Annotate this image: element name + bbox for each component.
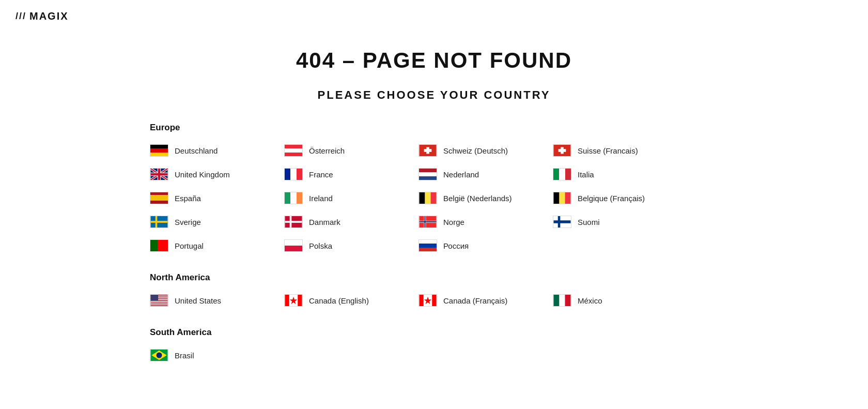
country-item-br[interactable]: Brasil	[150, 349, 284, 361]
logo[interactable]: /// MAGIX	[16, 10, 853, 22]
country-item-ca-fr[interactable]: Canada (Français)	[419, 294, 553, 307]
svg-rect-26	[285, 221, 302, 223]
flag-ie	[284, 192, 303, 204]
country-item-fi[interactable]: Suomi	[553, 216, 687, 228]
flag-se	[150, 216, 168, 228]
country-name-pl: Polska	[309, 241, 332, 250]
svg-rect-23	[151, 221, 168, 223]
flag-de	[150, 144, 168, 157]
svg-rect-49	[432, 295, 436, 306]
svg-rect-42	[151, 295, 159, 301]
svg-rect-2	[424, 149, 432, 152]
country-item-be-fr[interactable]: Belgique (Français)	[553, 192, 687, 204]
svg-rect-5	[559, 149, 566, 152]
logo-bars: ///	[16, 11, 26, 22]
main-content: 404 – PAGE NOT FOUND PLEASE CHOOSE YOUR …	[0, 33, 868, 409]
country-item-ca-en[interactable]: Canada (English)	[284, 294, 419, 307]
country-item-no[interactable]: Norge	[419, 216, 553, 228]
flag-br	[150, 349, 168, 361]
country-name-ca-fr: Canada (Français)	[443, 296, 507, 305]
svg-rect-20	[565, 192, 571, 204]
svg-rect-45	[298, 295, 302, 306]
country-item-pt[interactable]: Portugal	[150, 239, 284, 252]
logo-name: MAGIX	[29, 10, 69, 22]
country-item-be-nl[interactable]: België (Nederlands)	[419, 192, 553, 204]
svg-rect-16	[425, 192, 431, 204]
country-item-nl[interactable]: Nederland	[419, 168, 553, 180]
country-name-fr: France	[309, 170, 333, 179]
flag-ch-fr	[553, 144, 571, 157]
country-item-ch-de[interactable]: Schweiz (Deutsch)	[419, 144, 553, 157]
region-title-north-america: North America	[150, 272, 718, 283]
region-north-america: North America United States Canada (Engl…	[150, 272, 718, 307]
country-item-us[interactable]: United States	[150, 294, 284, 307]
country-item-at[interactable]: Österreich	[284, 144, 419, 157]
country-name-se: Sverige	[175, 218, 201, 226]
flag-be-fr	[553, 192, 571, 204]
flag-fi	[553, 216, 571, 228]
svg-rect-15	[420, 192, 425, 204]
country-name-es: España	[175, 194, 201, 203]
flag-no	[419, 216, 437, 228]
country-item-mx[interactable]: México	[553, 294, 687, 307]
flag-it	[553, 168, 571, 180]
svg-rect-17	[431, 192, 437, 204]
flag-dk	[284, 216, 303, 228]
country-name-us: United States	[175, 296, 221, 305]
country-name-no: Norge	[443, 218, 464, 226]
flag-es	[150, 192, 168, 204]
country-item-ru[interactable]: Россия	[419, 239, 553, 252]
svg-rect-44	[285, 295, 289, 306]
svg-rect-19	[560, 192, 565, 204]
svg-rect-18	[554, 192, 560, 204]
region-title-south-america: South America	[150, 327, 718, 338]
country-item-es[interactable]: España	[150, 192, 284, 204]
country-item-se[interactable]: Sverige	[150, 216, 284, 228]
flag-ca-en	[284, 294, 303, 307]
country-item-de[interactable]: Deutschland	[150, 144, 284, 157]
flag-mx	[553, 294, 571, 307]
flag-at	[284, 144, 303, 157]
country-item-ch-fr[interactable]: Suisse (Francais)	[553, 144, 687, 157]
country-name-ch-fr: Suisse (Francais)	[578, 146, 638, 155]
site-header: /// MAGIX	[0, 0, 868, 33]
country-name-fi: Suomi	[578, 218, 600, 226]
country-name-ie: Ireland	[309, 194, 333, 203]
country-name-be-fr: Belgique (Français)	[578, 194, 645, 203]
flag-ru	[419, 239, 437, 252]
country-grid-south-america: Brasil	[150, 349, 718, 361]
svg-rect-41	[151, 305, 168, 306]
flag-fr	[284, 168, 303, 180]
country-grid-europe: DeutschlandÖsterreich Schweiz (Deutsch) …	[150, 144, 718, 252]
svg-rect-53	[565, 295, 571, 306]
country-item-ie[interactable]: Ireland	[284, 192, 419, 204]
svg-rect-48	[420, 295, 424, 306]
country-item-gb[interactable]: United Kingdom	[150, 168, 284, 180]
flag-pl	[284, 239, 303, 252]
svg-rect-34	[554, 220, 571, 223]
country-item-dk[interactable]: Danmark	[284, 216, 419, 228]
svg-rect-14	[151, 173, 168, 175]
svg-rect-39	[151, 301, 168, 302]
country-name-it: Italia	[578, 170, 594, 179]
country-name-pt: Portugal	[175, 241, 204, 250]
flag-ch-de	[419, 144, 437, 157]
country-item-pl[interactable]: Polska	[284, 239, 419, 252]
country-name-br: Brasil	[175, 351, 194, 360]
svg-rect-40	[151, 302, 168, 304]
country-name-at: Österreich	[309, 146, 345, 155]
region-title-europe: Europe	[150, 123, 718, 133]
svg-rect-51	[554, 295, 560, 306]
country-name-ca-en: Canada (English)	[309, 296, 369, 305]
country-name-be-nl: België (Nederlands)	[443, 194, 512, 203]
region-europe: EuropeDeutschlandÖsterreich Schweiz (Deu…	[150, 123, 718, 252]
flag-be-nl	[419, 192, 437, 204]
region-south-america: South America Brasil	[150, 327, 718, 361]
page-title: 404 – PAGE NOT FOUND	[10, 48, 858, 73]
country-item-it[interactable]: Italia	[553, 168, 687, 180]
country-item-fr[interactable]: France	[284, 168, 419, 180]
flag-gb	[150, 168, 168, 180]
flag-pt	[150, 239, 168, 252]
country-name-dk: Danmark	[309, 218, 340, 226]
flag-nl	[419, 168, 437, 180]
